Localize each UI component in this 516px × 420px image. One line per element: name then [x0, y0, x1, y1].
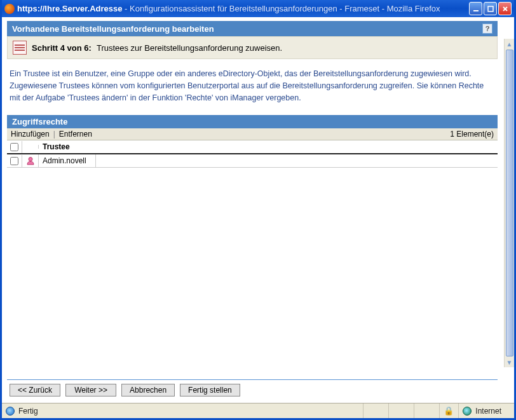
section-header: Zugriffsrechte	[7, 115, 498, 128]
maximize-button[interactable]	[484, 2, 497, 15]
globe-icon	[463, 407, 472, 416]
back-button[interactable]: << Zurück	[10, 384, 60, 396]
minimize-button[interactable]	[469, 2, 482, 15]
security-zone: Internet	[475, 407, 501, 416]
next-button[interactable]: Weiter >>	[65, 384, 116, 396]
toolbar-separator: |	[53, 130, 55, 139]
select-all-checkbox[interactable]	[10, 143, 18, 151]
user-icon	[26, 156, 35, 165]
header-trustee: Trustee	[39, 140, 498, 153]
remove-link[interactable]: Entfernen	[59, 130, 92, 139]
cancel-button[interactable]: Abbrechen	[121, 384, 175, 396]
help-button[interactable]: ?	[482, 24, 492, 34]
wizard-step-icon	[13, 41, 27, 55]
item-count: 1 Element(e)	[450, 130, 494, 139]
table-toolbar: Hinzufügen | Entfernen 1 Element(e)	[7, 128, 498, 140]
step-bar: Schritt 4 von 6: Trustees zur Bereitstel…	[7, 36, 498, 59]
table-body: Admin.novell	[7, 154, 498, 374]
wizard-buttons: << Zurück Weiter >> Abbrechen Fertig ste…	[7, 384, 498, 403]
table-row[interactable]: Admin.novell	[7, 154, 498, 168]
firefox-icon	[4, 4, 15, 14]
browser-status-icon	[6, 407, 15, 416]
titlebar[interactable]: https://Ihre.Server.Adresse - Konfigurat…	[2, 0, 514, 17]
vertical-scrollbar[interactable]: ▲ ▼	[504, 39, 514, 367]
panel-header: Vorhandene Bereitstellungsanforderung be…	[7, 21, 498, 36]
app-window: https://Ihre.Server.Adresse - Konfigurat…	[0, 0, 516, 420]
row-checkbox[interactable]	[10, 157, 18, 165]
header-icon-cell	[22, 145, 39, 149]
add-link[interactable]: Hinzufügen	[11, 130, 50, 139]
scroll-down-icon[interactable]: ▼	[505, 357, 515, 367]
row-trustee-name: Admin.novell	[39, 154, 96, 167]
title-url: https://Ihre.Server.Adresse	[17, 4, 122, 13]
divider	[7, 379, 498, 380]
status-bar: Fertig 🔒 Internet	[2, 403, 514, 418]
step-description: Trustees zur Bereitstellungsanforderung …	[97, 43, 282, 53]
status-text: Fertig	[18, 407, 38, 416]
close-button[interactable]	[498, 2, 512, 15]
svg-point-4	[29, 158, 32, 161]
content-area: ▲ ▼ Vorhandene Bereitstellungsanforderun…	[2, 17, 514, 403]
svg-rect-0	[473, 10, 479, 11]
panel-title: Vorhandene Bereitstellungsanforderung be…	[12, 24, 214, 34]
lock-icon: 🔒	[444, 406, 454, 416]
scroll-thumb[interactable]	[506, 50, 513, 356]
scroll-up-icon[interactable]: ▲	[505, 39, 515, 49]
step-label: Schritt 4 von 6:	[32, 43, 92, 53]
header-checkbox-cell	[7, 141, 22, 153]
wizard-description: Ein Trustee ist ein Benutzer, eine Grupp…	[7, 59, 498, 115]
table-header: Trustee	[7, 140, 498, 154]
finish-button[interactable]: Fertig stellen	[180, 384, 240, 396]
title-suffix: - Konfigurationsassistent für Bereitstel…	[122, 4, 440, 13]
window-title: https://Ihre.Server.Adresse - Konfigurat…	[17, 4, 469, 13]
svg-rect-1	[488, 6, 493, 11]
